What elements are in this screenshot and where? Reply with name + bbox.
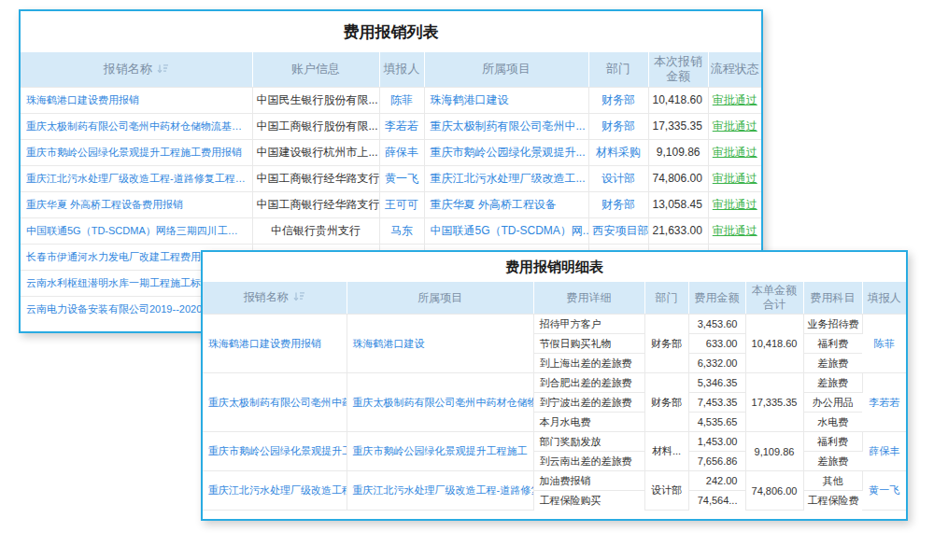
table-row: 珠海鹤港口建设费用报销中国民生银行股份有限...陈菲珠海鹤港口建设财务部10,4… bbox=[21, 87, 761, 113]
table-row: 重庆市鹅岭公园绿化景观提升工程重庆市鹅岭公园绿化景观提升工程施工部门奖励发放材料… bbox=[203, 432, 906, 452]
detail-col-label-7: 填报人 bbox=[868, 291, 901, 304]
list-cell-name[interactable]: 中国联通5G（TD-SCDMA）网络三期四川工程费 bbox=[21, 217, 252, 244]
detail-cell-expense-detail: 工程保险购买 bbox=[533, 491, 644, 511]
list-cell-filer[interactable]: 薛保丰 bbox=[379, 139, 424, 165]
expense-detail-panel: 费用报销明细表 报销名称所属项目费用详细部门费用金额本单金额合计费用科目填报人 … bbox=[201, 250, 908, 521]
detail-cell-dept: 设计部 bbox=[644, 471, 688, 511]
detail-cell-subject: 差旅费 bbox=[803, 452, 862, 471]
sort-icon[interactable] bbox=[157, 63, 169, 77]
detail-cell-project[interactable]: 重庆太极制药有限公司亳州中药材仓储物流 bbox=[347, 373, 533, 432]
detail-col-header-3: 部门 bbox=[644, 282, 688, 315]
list-cell-amount: 13,058.45 bbox=[648, 191, 708, 217]
list-cell-project[interactable]: 重庆江北污水处理厂级改造工... bbox=[424, 165, 588, 191]
status-link[interactable]: 审批通过 bbox=[708, 217, 761, 244]
list-col-label-3: 所属项目 bbox=[482, 62, 531, 76]
detail-cell-subject: 差旅费 bbox=[803, 354, 862, 373]
detail-col-label-5: 本单金额合计 bbox=[752, 284, 797, 311]
list-cell-name[interactable]: 重庆太极制药有限公司亳州中药材仓储物流基地项 bbox=[21, 113, 252, 139]
list-cell-account: 中国工商银行经华路支行 bbox=[252, 191, 379, 217]
detail-cell-expense-detail: 加油费报销 bbox=[533, 471, 644, 491]
detail-cell-amount: 3,453.60 bbox=[688, 315, 745, 334]
list-cell-dept[interactable]: 财务部 bbox=[588, 113, 648, 139]
list-cell-dept[interactable]: 材料采购 bbox=[588, 139, 648, 165]
list-col-label-6: 流程状态 bbox=[711, 62, 759, 76]
list-cell-account: 中国民生银行股份有限... bbox=[252, 87, 379, 113]
list-cell-dept[interactable]: 财务部 bbox=[588, 191, 648, 217]
list-cell-name[interactable]: 珠海鹤港口建设费用报销 bbox=[21, 87, 252, 113]
list-col-label-1: 账户信息 bbox=[291, 62, 340, 76]
list-cell-project[interactable]: 中国联通5G（TD-SCDMA）网... bbox=[424, 217, 588, 244]
status-link[interactable]: 审批通过 bbox=[708, 87, 761, 113]
list-cell-filer[interactable]: 马东 bbox=[379, 217, 424, 244]
detail-cell-amount: 7,656.86 bbox=[688, 452, 745, 471]
detail-cell-amount: 5,346.35 bbox=[688, 373, 745, 393]
list-cell-amount: 74,806.00 bbox=[648, 165, 708, 191]
detail-cell-amount: 242.00 bbox=[688, 471, 745, 491]
detail-col-header-0: 报销名称 bbox=[203, 282, 347, 315]
table-row: 珠海鹤港口建设费用报销珠海鹤港口建设招待甲方客户财务部3,453.6010,41… bbox=[203, 315, 906, 334]
detail-cell-amount: 6,332.00 bbox=[688, 354, 745, 373]
list-cell-filer[interactable]: 黄一飞 bbox=[379, 165, 424, 191]
list-cell-filer[interactable]: 王可可 bbox=[379, 191, 424, 217]
list-cell-account: 中国建设银行杭州市上... bbox=[252, 139, 379, 165]
detail-cell-name[interactable]: 重庆市鹅岭公园绿化景观提升工程 bbox=[203, 432, 347, 471]
detail-col-header-7: 填报人 bbox=[862, 282, 906, 315]
sort-icon[interactable] bbox=[293, 291, 305, 305]
detail-cell-project[interactable]: 珠海鹤港口建设 bbox=[347, 315, 533, 373]
list-cell-amount: 9,109.86 bbox=[648, 139, 708, 165]
list-col-header-4: 部门 bbox=[588, 52, 648, 87]
detail-table-body: 珠海鹤港口建设费用报销珠海鹤港口建设招待甲方客户财务部3,453.6010,41… bbox=[203, 315, 906, 511]
list-cell-filer[interactable]: 陈菲 bbox=[379, 87, 424, 113]
detail-cell-amount: 4,535.65 bbox=[688, 413, 745, 432]
detail-cell-filer[interactable]: 李若若 bbox=[862, 373, 906, 432]
detail-cell-name[interactable]: 珠海鹤港口建设费用报销 bbox=[203, 315, 347, 373]
status-link[interactable]: 审批通过 bbox=[708, 191, 761, 217]
detail-cell-project[interactable]: 重庆江北污水处理厂级改造工程-道路修复工 bbox=[347, 471, 533, 511]
list-cell-project[interactable]: 重庆华夏 外高桥工程设备 bbox=[424, 191, 588, 217]
list-cell-dept[interactable]: 财务部 bbox=[588, 87, 648, 113]
detail-table-header: 报销名称所属项目费用详细部门费用金额本单金额合计费用科目填报人 bbox=[203, 282, 906, 315]
detail-cell-expense-detail: 节假日购买礼物 bbox=[533, 334, 644, 354]
list-cell-project[interactable]: 重庆太极制药有限公司亳州中... bbox=[424, 113, 588, 139]
status-link[interactable]: 审批通过 bbox=[708, 139, 761, 165]
detail-cell-expense-detail: 本月水电费 bbox=[533, 413, 644, 432]
expense-detail-table: 报销名称所属项目费用详细部门费用金额本单金额合计费用科目填报人 珠海鹤港口建设费… bbox=[203, 282, 906, 511]
detail-cell-filer[interactable]: 陈菲 bbox=[862, 315, 906, 373]
detail-cell-filer[interactable]: 薛保丰 bbox=[862, 432, 906, 471]
status-link[interactable]: 审批通过 bbox=[708, 113, 761, 139]
detail-cell-name[interactable]: 重庆太极制药有限公司亳州中药材 bbox=[203, 373, 347, 432]
detail-cell-subject: 办公用品 bbox=[803, 393, 862, 413]
table-row: 中国联通5G（TD-SCDMA）网络三期四川工程费中信银行贵州支行马东中国联通5… bbox=[21, 217, 761, 244]
detail-cell-filer[interactable]: 黄一飞 bbox=[862, 471, 906, 511]
detail-cell-total: 9,109.86 bbox=[745, 432, 803, 471]
list-cell-project[interactable]: 珠海鹤港口建设 bbox=[424, 87, 588, 113]
list-cell-dept[interactable]: 设计部 bbox=[588, 165, 648, 191]
detail-cell-subject: 其他 bbox=[803, 471, 862, 491]
detail-cell-amount: 1,453.00 bbox=[688, 432, 745, 452]
detail-col-label-1: 所属项目 bbox=[417, 291, 462, 304]
detail-cell-subject: 福利费 bbox=[803, 432, 862, 452]
list-cell-filer[interactable]: 李若若 bbox=[379, 113, 424, 139]
list-col-header-1: 账户信息 bbox=[252, 52, 379, 87]
detail-cell-expense-detail: 招待甲方客户 bbox=[533, 315, 644, 334]
list-table-title: 费用报销列表 bbox=[21, 11, 761, 52]
list-cell-dept[interactable]: 西安项目部 bbox=[588, 217, 648, 244]
table-row: 重庆太极制药有限公司亳州中药材仓储物流基地项中国工商银行股份有限...李若若重庆… bbox=[21, 113, 761, 139]
list-table-header: 报销名称账户信息填报人所属项目部门本次报销金额流程状态 bbox=[21, 52, 761, 87]
detail-col-header-2: 费用详细 bbox=[533, 282, 644, 315]
detail-cell-expense-detail: 到宁波出差的差旅费 bbox=[533, 393, 644, 413]
list-cell-name[interactable]: 重庆市鹅岭公园绿化景观提升工程施工费用报销 bbox=[21, 139, 252, 165]
list-col-header-6: 流程状态 bbox=[708, 52, 761, 87]
list-cell-account: 中国工商银行股份有限... bbox=[252, 113, 379, 139]
table-row: 重庆太极制药有限公司亳州中药材重庆太极制药有限公司亳州中药材仓储物流到合肥出差的… bbox=[203, 373, 906, 393]
detail-cell-name[interactable]: 重庆江北污水处理厂级改造工程- bbox=[203, 471, 347, 511]
status-link[interactable]: 审批通过 bbox=[708, 165, 761, 191]
list-cell-name[interactable]: 重庆江北污水处理厂级改造工程-道路修复工程费用 bbox=[21, 165, 252, 191]
list-cell-project[interactable]: 重庆市鹅岭公园绿化景观提升... bbox=[424, 139, 588, 165]
list-col-label-4: 部门 bbox=[606, 62, 630, 76]
detail-cell-dept: 财务部 bbox=[644, 315, 688, 373]
detail-cell-project[interactable]: 重庆市鹅岭公园绿化景观提升工程施工 bbox=[347, 432, 533, 471]
detail-col-header-4: 费用金额 bbox=[688, 282, 745, 315]
detail-col-label-3: 部门 bbox=[656, 291, 678, 304]
list-cell-name[interactable]: 重庆华夏 外高桥工程设备费用报销 bbox=[21, 191, 252, 217]
